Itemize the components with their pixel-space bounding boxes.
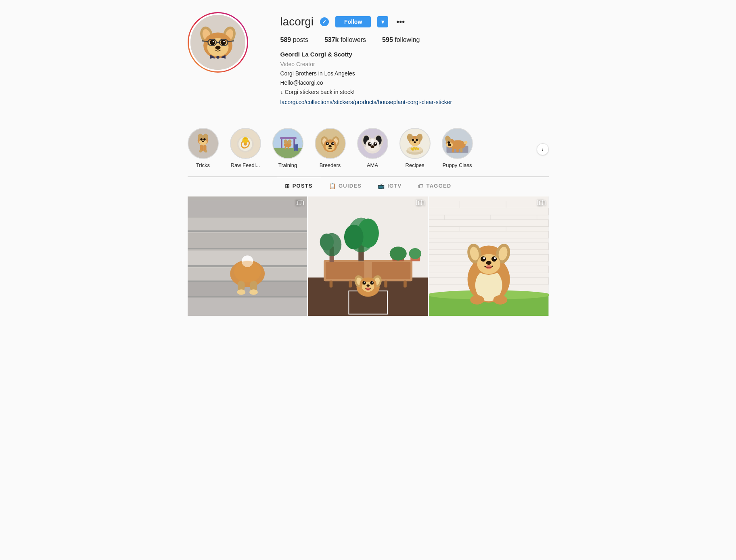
svg-point-91 <box>413 146 415 149</box>
svg-point-85 <box>412 139 414 141</box>
highlight-ama[interactable]: AMA <box>357 128 388 168</box>
svg-point-93 <box>416 148 419 150</box>
svg-rect-137 <box>384 280 387 287</box>
svg-rect-119 <box>188 248 307 249</box>
svg-point-162 <box>366 284 370 286</box>
more-options-button[interactable]: ••• <box>395 17 406 27</box>
svg-point-185 <box>470 295 484 304</box>
highlight-circle-raw <box>230 128 261 159</box>
posts-icon: ⊞ <box>285 183 290 189</box>
tab-igtv-label: IGTV <box>387 183 401 189</box>
svg-point-78 <box>370 145 374 148</box>
svg-point-66 <box>328 145 332 147</box>
svg-point-39 <box>242 137 248 143</box>
highlight-label-recipes: Recipes <box>406 162 424 168</box>
posts-stat[interactable]: 589 posts <box>280 36 308 44</box>
svg-point-159 <box>370 281 374 284</box>
highlight-circle-tricks <box>188 128 219 159</box>
svg-rect-136 <box>349 280 352 287</box>
bio-link[interactable]: lacorgi.co/collections/stickers/products… <box>280 99 452 105</box>
highlight-label-training: Training <box>278 162 297 168</box>
highlights-next-button[interactable]: › <box>537 143 549 155</box>
highlight-training[interactable]: Training <box>272 128 303 168</box>
svg-point-30 <box>202 140 204 142</box>
followers-stat[interactable]: 537k followers <box>324 36 366 44</box>
tab-tagged[interactable]: 🏷 TAGGED <box>410 177 459 195</box>
highlight-recipes[interactable]: Recipes <box>399 128 431 168</box>
svg-point-194 <box>491 256 497 261</box>
bio-section: Geordi La Corgi & Scotty Video Creator C… <box>280 50 549 107</box>
svg-point-65 <box>332 142 334 144</box>
highlight-puppy[interactable]: Puppy Class <box>442 128 473 168</box>
highlight-circle-breeders <box>315 128 346 159</box>
highlight-label-tricks: Tricks <box>196 162 210 168</box>
guides-icon: 📋 <box>329 183 336 189</box>
svg-point-126 <box>249 289 257 295</box>
svg-point-197 <box>486 261 491 265</box>
highlight-label-raw: Raw Feedi... <box>231 162 260 168</box>
bio-line3: ↓ Corgi stickers back in stock! <box>280 88 549 96</box>
svg-point-145 <box>344 224 364 249</box>
svg-rect-164 <box>416 200 422 205</box>
svg-rect-199 <box>537 200 543 205</box>
svg-rect-115 <box>188 200 307 217</box>
highlight-label-puppy: Puppy Class <box>443 162 472 168</box>
svg-point-127 <box>234 261 261 282</box>
svg-point-77 <box>374 142 376 144</box>
post-item-3[interactable] <box>429 196 548 316</box>
post-carousel-indicator-2 <box>416 200 424 207</box>
svg-rect-106 <box>456 148 459 152</box>
verified-badge: ✓ <box>320 17 329 26</box>
svg-point-104 <box>448 143 451 146</box>
svg-rect-105 <box>452 148 454 152</box>
svg-point-125 <box>237 289 245 295</box>
avatar-wrapper[interactable] <box>188 12 248 73</box>
svg-point-28 <box>200 138 203 140</box>
highlight-circle-ama <box>357 128 388 159</box>
svg-rect-120 <box>188 230 307 232</box>
tagged-icon: 🏷 <box>418 183 424 189</box>
svg-point-86 <box>415 139 418 141</box>
svg-point-95 <box>414 148 416 150</box>
highlight-label-ama: AMA <box>367 162 378 168</box>
page-wrapper: lacorgi ✓ Follow ▾ ••• 589 posts 537k fo… <box>180 0 557 316</box>
follow-button[interactable]: Follow <box>335 16 371 27</box>
svg-point-19 <box>216 56 220 59</box>
svg-point-186 <box>493 295 507 304</box>
following-stat[interactable]: 595 following <box>382 36 420 44</box>
tab-igtv[interactable]: 📺 IGTV <box>370 177 410 195</box>
post-item-2[interactable] <box>308 196 428 316</box>
tab-posts-label: POSTS <box>293 183 313 189</box>
tabs-section: ⊞ POSTS 📋 GUIDES 📺 IGTV 🏷 TAGGED <box>188 177 549 195</box>
highlight-breeders[interactable]: Breeders <box>315 128 346 168</box>
svg-rect-51 <box>288 146 289 149</box>
profile-top-row: lacorgi ✓ Follow ▾ ••• <box>280 15 549 28</box>
svg-point-147 <box>390 247 407 260</box>
highlight-circle-puppy <box>442 128 473 159</box>
highlights-section: Tricks Raw Feedi... <box>188 125 549 177</box>
highlight-tricks[interactable]: Tricks <box>188 128 219 168</box>
svg-point-160 <box>364 281 365 282</box>
svg-rect-50 <box>284 146 286 149</box>
svg-rect-52 <box>294 144 296 150</box>
tab-guides[interactable]: 📋 GUIDES <box>321 177 370 195</box>
post-carousel-indicator-1 <box>296 200 304 207</box>
igtv-icon: 📺 <box>378 183 385 189</box>
svg-rect-128 <box>296 200 301 205</box>
dropdown-button[interactable]: ▾ <box>377 16 388 27</box>
bio-category: Video Creator <box>280 60 549 69</box>
highlight-circle-recipes <box>399 128 431 159</box>
svg-point-141 <box>320 233 334 250</box>
svg-point-196 <box>494 257 496 259</box>
highlight-raw[interactable]: Raw Feedi... <box>230 128 261 168</box>
bio-line1: Corgi Brothers in Los Angeles <box>280 69 549 78</box>
stats-row: 589 posts 537k followers 595 following <box>280 36 549 44</box>
profile-info: lacorgi ✓ Follow ▾ ••• 589 posts 537k fo… <box>280 12 549 107</box>
post-item-1[interactable] <box>188 196 307 316</box>
avatar <box>189 13 247 71</box>
svg-point-64 <box>327 142 328 144</box>
svg-point-27 <box>199 139 207 145</box>
svg-point-195 <box>483 257 485 259</box>
tab-guides-label: GUIDES <box>339 183 362 189</box>
tab-posts[interactable]: ⊞ POSTS <box>277 177 321 195</box>
